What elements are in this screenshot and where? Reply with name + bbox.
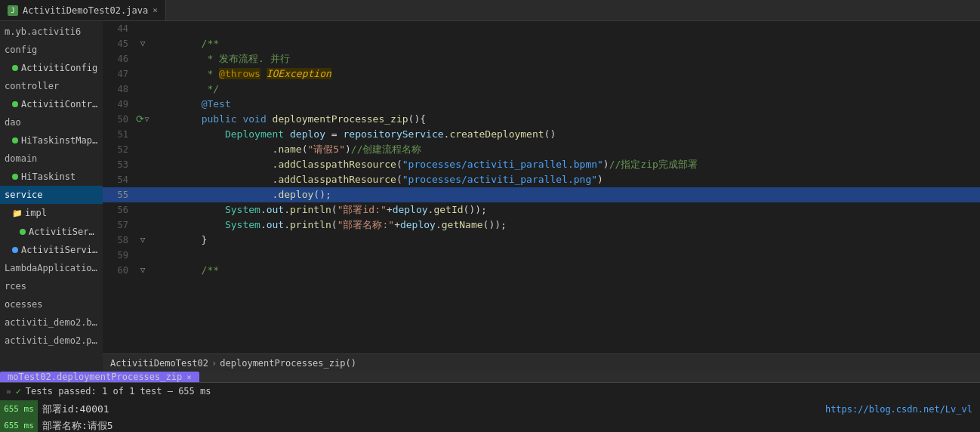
line-gutter bbox=[134, 127, 151, 142]
code-area: 44 45 ▽ /** 46 * 发布流程. 并行 bbox=[103, 21, 980, 372]
run-tab[interactable]: moTest02.deploymentProcesses_zip × bbox=[0, 372, 199, 382]
line-gutter bbox=[134, 248, 151, 263]
line-code bbox=[151, 248, 980, 263]
output-line-1: 655 ms 部署id:40001 https://blog.csdn.net/… bbox=[0, 401, 980, 418]
line-number: 49 bbox=[103, 97, 134, 112]
line-number: 46 bbox=[103, 51, 134, 66]
code-line: 58 ▽ } bbox=[103, 233, 980, 248]
line-code: .name("请假5")//创建流程名称 bbox=[151, 142, 980, 157]
line-number: 60 bbox=[103, 263, 134, 278]
line-code: .addClasspathResource("processes/activit… bbox=[151, 172, 980, 187]
sidebar-item-activiti-service-impl[interactable]: ActivitiServiceIm... bbox=[0, 223, 103, 241]
run-tab-label: moTest02.deploymentProcesses_zip bbox=[8, 372, 182, 382]
code-line: 47 * @throws IOException bbox=[103, 66, 980, 82]
test-status-bar: » ✓ Tests passed: 1 of 1 test – 655 ms bbox=[0, 383, 980, 400]
sidebar-item-activiti-controller[interactable]: ActivitiController bbox=[0, 95, 103, 113]
breadcrumb-item-1[interactable]: ActivitiDemoTest02 bbox=[110, 358, 208, 369]
line-code bbox=[151, 21, 980, 36]
sidebar-item-dao[interactable]: dao bbox=[0, 113, 103, 131]
sidebar-item-service[interactable]: service bbox=[0, 186, 103, 204]
status-arrows: » bbox=[6, 387, 11, 397]
line-gutter bbox=[134, 66, 151, 82]
code-line: 48 */ bbox=[103, 82, 980, 97]
sidebar-item-impl[interactable]: 📁impl bbox=[0, 204, 103, 223]
code-line: 51 Deployment deploy = repositoryService… bbox=[103, 127, 980, 142]
line-code: */ bbox=[151, 82, 980, 97]
output-line-2: 655 ms 部署名称:请假5 bbox=[0, 418, 980, 432]
line-gutter: ▽ bbox=[134, 36, 151, 51]
code-line: 56 System.out.println("部署id:"+deploy.get… bbox=[103, 202, 980, 218]
code-line: 49 @Test bbox=[103, 97, 980, 112]
bottom-panel: moTest02.deploymentProcesses_zip × » ✓ T… bbox=[0, 372, 980, 432]
line-number: 56 bbox=[103, 202, 134, 218]
line-number: 58 bbox=[103, 233, 134, 248]
code-line: 44 bbox=[103, 21, 980, 36]
line-code: * @throws IOException bbox=[151, 66, 980, 82]
status-check-icon: ✓ bbox=[16, 386, 21, 397]
line-number: 47 bbox=[103, 66, 134, 82]
line-code: System.out.println("部署名称:"+deploy.getNam… bbox=[151, 218, 980, 233]
output-area: 655 ms 部署id:40001 https://blog.csdn.net/… bbox=[0, 400, 980, 432]
sidebar-item-ocesses[interactable]: ocesses bbox=[0, 295, 103, 313]
green-dot-icon bbox=[20, 229, 26, 235]
line-gutter: ▽ bbox=[134, 233, 151, 248]
sidebar-item-activiti-demo2-bpmn[interactable]: activiti_demo2.bpmn bbox=[0, 313, 103, 332]
output-timestamp-2: 655 ms bbox=[0, 417, 38, 432]
tab-label: ActivitiDemoTest02.java bbox=[23, 5, 148, 16]
line-gutter bbox=[134, 51, 151, 66]
line-number: 57 bbox=[103, 218, 134, 233]
sidebar-item-lambda-application[interactable]: LambdaApplication... bbox=[0, 259, 103, 277]
code-lines[interactable]: 44 45 ▽ /** 46 * 发布流程. 并行 bbox=[103, 21, 980, 353]
line-gutter bbox=[134, 157, 151, 172]
line-code: } bbox=[151, 233, 980, 248]
csdn-link[interactable]: https://blog.csdn.net/Lv_vl bbox=[825, 401, 980, 418]
run-tab-close[interactable]: × bbox=[186, 372, 192, 382]
output-timestamp-1: 655 ms bbox=[0, 400, 38, 418]
line-number: 51 bbox=[103, 127, 134, 142]
line-gutter bbox=[134, 202, 151, 218]
code-line: 59 bbox=[103, 248, 980, 263]
blue-dot-icon bbox=[12, 247, 18, 253]
main-area: m.yb.activiti6 config ActivitiConfig con… bbox=[0, 21, 980, 372]
sidebar-item-activiti-config[interactable]: ActivitiConfig bbox=[0, 59, 103, 77]
breadcrumb-item-2[interactable]: deploymentProcesses_zip() bbox=[220, 358, 356, 369]
line-number: 44 bbox=[103, 21, 134, 36]
file-tab[interactable]: J ActivitiDemoTest02.java × bbox=[0, 0, 166, 20]
code-line: 45 ▽ /** bbox=[103, 36, 980, 51]
line-code: @Test bbox=[151, 97, 980, 112]
line-code: .deploy(); bbox=[151, 187, 980, 202]
line-gutter bbox=[134, 187, 151, 202]
tab-close-button[interactable]: × bbox=[153, 5, 158, 15]
sidebar-item-domain[interactable]: domain bbox=[0, 150, 103, 168]
code-line-highlighted: 55 .deploy(); bbox=[103, 187, 980, 202]
sidebar-item-config[interactable]: config bbox=[0, 41, 103, 59]
line-code: System.out.println("部署id:"+deploy.getId(… bbox=[151, 202, 980, 218]
folder-icon: 📁 bbox=[12, 208, 23, 218]
breadcrumb-separator: › bbox=[211, 358, 217, 369]
line-number: 48 bbox=[103, 82, 134, 97]
tab-bar: J ActivitiDemoTest02.java × bbox=[0, 0, 980, 21]
line-code: /** bbox=[151, 36, 980, 51]
code-line: 52 .name("请假5")//创建流程名称 bbox=[103, 142, 980, 157]
output-text-2: 部署名称:请假5 bbox=[42, 418, 113, 432]
line-gutter bbox=[134, 97, 151, 112]
sidebar-item-my-activiti6[interactable]: m.yb.activiti6 bbox=[0, 23, 103, 41]
sidebar-item-hi-taskinst[interactable]: HiTaskinst bbox=[0, 168, 103, 186]
sidebar-item-activiti-service[interactable]: ActivitiService bbox=[0, 241, 103, 259]
sidebar: m.yb.activiti6 config ActivitiConfig con… bbox=[0, 21, 103, 372]
code-line: 57 System.out.println("部署名称:"+deploy.get… bbox=[103, 218, 980, 233]
test-status-text: Tests passed: 1 of 1 test – 655 ms bbox=[26, 386, 211, 397]
green-dot-icon bbox=[12, 65, 18, 71]
output-text-1: 部署id:40001 bbox=[42, 401, 109, 418]
line-gutter: ▽ bbox=[134, 263, 151, 278]
line-number: 53 bbox=[103, 157, 134, 172]
line-number: 52 bbox=[103, 142, 134, 157]
sidebar-item-activiti-demo2-png[interactable]: activiti_demo2.png bbox=[0, 332, 103, 350]
line-number: 54 bbox=[103, 172, 134, 187]
breadcrumb-bar: ActivitiDemoTest02 › deploymentProcesses… bbox=[103, 353, 980, 372]
sidebar-item-hi-taskinst-mapper[interactable]: HiTaskinstMapper bbox=[0, 131, 103, 150]
line-code: .addClasspathResource("processes/activit… bbox=[151, 157, 980, 172]
sidebar-item-controller[interactable]: controller bbox=[0, 77, 103, 95]
sidebar-item-rces[interactable]: rces bbox=[0, 277, 103, 295]
line-code: Deployment deploy = repositoryService.cr… bbox=[151, 127, 980, 142]
